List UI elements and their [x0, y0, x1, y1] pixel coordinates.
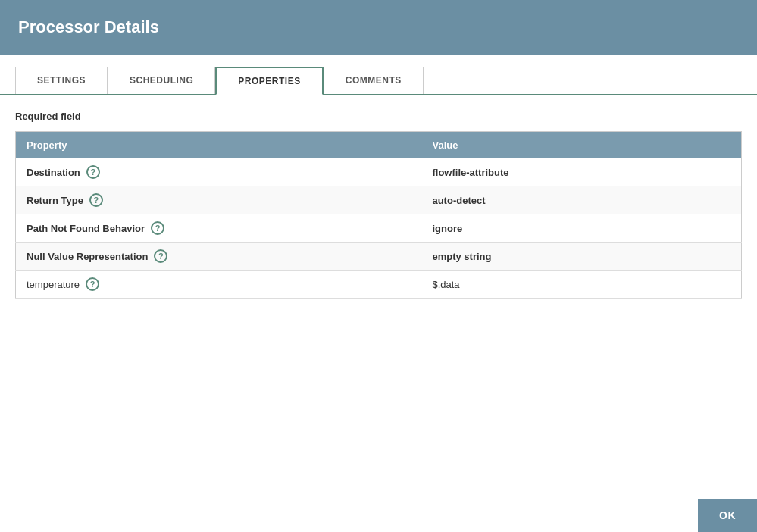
tabs-container: SETTINGS SCHEDULING PROPERTIES COMMENTS	[0, 55, 757, 95]
value-cell[interactable]: ignore	[421, 214, 665, 243]
table-row: Path Not Found Behavior?ignore	[16, 214, 742, 243]
dialog-header: Processor Details	[0, 0, 757, 55]
help-icon[interactable]: ?	[89, 193, 103, 207]
value-cell[interactable]: $.data	[421, 271, 665, 299]
tab-scheduling[interactable]: SCHEDULING	[108, 67, 215, 94]
action-cell	[666, 243, 742, 271]
property-name: Path Not Found Behavior	[27, 223, 145, 234]
tab-settings[interactable]: SETTINGS	[15, 67, 108, 94]
ok-button[interactable]: OK	[719, 509, 736, 521]
action-cell	[666, 158, 742, 186]
dialog-footer: OK	[698, 499, 757, 532]
help-icon[interactable]: ?	[86, 277, 99, 291]
tab-properties[interactable]: PROPERTIES	[215, 67, 323, 95]
property-cell: Path Not Found Behavior?	[16, 214, 422, 243]
property-name: Return Type	[27, 195, 83, 206]
action-cell	[666, 214, 742, 243]
property-cell: Null Value Representation?	[16, 243, 422, 271]
property-name: Destination	[27, 167, 80, 178]
column-header-property: Property	[16, 132, 422, 159]
value-cell[interactable]: empty string	[421, 243, 665, 271]
tab-comments[interactable]: COMMENTS	[324, 67, 424, 94]
property-name: temperature	[27, 279, 80, 290]
action-cell	[666, 186, 742, 214]
help-icon[interactable]: ?	[151, 221, 164, 235]
properties-content: Required field Property Value Destinatio…	[0, 95, 757, 532]
required-field-label: Required field	[15, 111, 742, 122]
help-icon[interactable]: ?	[154, 249, 167, 263]
property-cell: Return Type?	[16, 186, 422, 214]
table-header-row: Property Value	[16, 132, 742, 159]
table-row: Return Type?auto-detect	[16, 186, 742, 214]
table-row: Destination?flowfile-attribute	[16, 158, 742, 186]
dialog-title: Processor Details	[18, 17, 159, 37]
table-row: temperature?$.data	[16, 271, 742, 299]
help-icon[interactable]: ?	[86, 165, 100, 179]
action-cell	[666, 271, 742, 299]
property-name: Null Value Representation	[27, 251, 148, 262]
value-cell[interactable]: auto-detect	[421, 186, 665, 214]
main-content: SETTINGS SCHEDULING PROPERTIES COMMENTS …	[0, 55, 757, 532]
value-cell[interactable]: flowfile-attribute	[421, 158, 665, 186]
property-cell: Destination?	[16, 158, 422, 186]
property-cell: temperature?	[16, 271, 422, 299]
column-header-value: Value	[421, 132, 665, 159]
properties-table: Property Value Destination?flowfile-attr…	[15, 131, 742, 299]
table-row: Null Value Representation?empty string	[16, 243, 742, 271]
column-header-action	[666, 132, 742, 159]
